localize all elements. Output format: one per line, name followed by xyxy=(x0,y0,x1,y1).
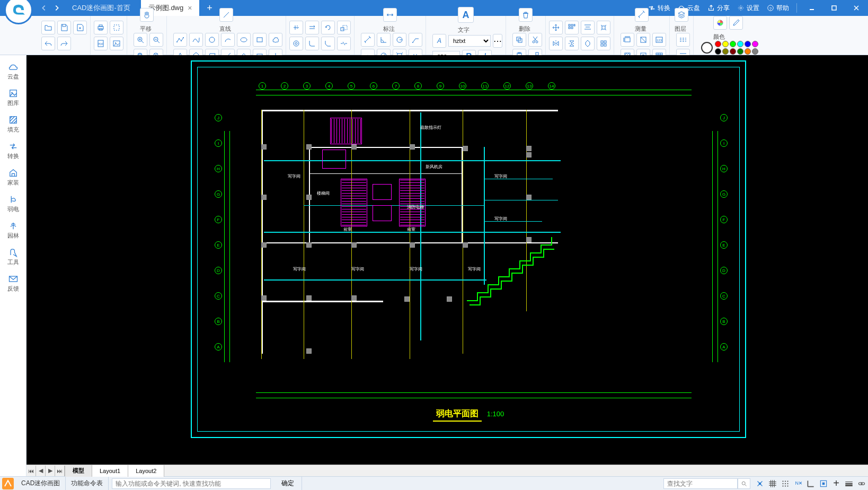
export-pdf-button[interactable]: PDF xyxy=(94,37,108,50)
leader-button[interactable] xyxy=(409,33,422,47)
sidebar-item-6[interactable]: 园林 xyxy=(2,217,25,243)
color-swatch[interactable] xyxy=(730,41,736,47)
ellipse-button[interactable] xyxy=(237,33,251,47)
drawing-canvas[interactable]: 1234567891011121314 ABCDEFGHIJ ABCDEFGHI… xyxy=(26,55,868,465)
lineweight-toggle[interactable] xyxy=(843,477,855,490)
grid-dots-toggle[interactable] xyxy=(779,477,792,490)
arc-button[interactable] xyxy=(221,33,235,47)
snap-toggle[interactable] xyxy=(754,477,766,490)
scale-button[interactable] xyxy=(337,21,351,34)
break-button[interactable] xyxy=(337,37,351,50)
measure-dist-button[interactable] xyxy=(635,8,649,22)
font-name-select[interactable]: hztxt xyxy=(448,35,491,47)
sidebar-item-0[interactable]: 云盘 xyxy=(2,58,25,84)
zoom-in-button[interactable] xyxy=(134,33,147,47)
minimize-button[interactable] xyxy=(804,2,819,14)
open-button[interactable] xyxy=(41,21,55,34)
statusbar-appname[interactable]: CAD迷你画图 xyxy=(16,477,66,490)
color-swatch[interactable] xyxy=(715,41,721,47)
color-wheel-button[interactable] xyxy=(713,16,727,30)
color-swatch[interactable] xyxy=(737,41,743,47)
move-button[interactable] xyxy=(549,21,563,34)
dim-radius-button[interactable] xyxy=(393,33,406,47)
layer-button[interactable] xyxy=(675,8,688,22)
sidebar-item-5[interactable]: 弱电 xyxy=(2,191,25,216)
tab-add-button[interactable]: + xyxy=(202,3,216,14)
array-button[interactable] xyxy=(565,21,579,34)
cut-button[interactable] xyxy=(528,33,542,47)
measure-area-button[interactable] xyxy=(636,33,650,47)
color-swatch[interactable] xyxy=(722,48,729,55)
sidebar-item-8[interactable]: 反馈 xyxy=(2,270,25,296)
extend-button[interactable] xyxy=(305,21,319,34)
model-tab-model[interactable]: 模型 xyxy=(65,465,92,477)
sidebar-item-7[interactable]: 工具 xyxy=(2,244,25,269)
share-button[interactable]: 分享 xyxy=(707,4,730,13)
offset-button[interactable] xyxy=(289,37,303,50)
zoom-out-button[interactable] xyxy=(149,33,163,47)
tab-prev-icon[interactable]: ◀ xyxy=(36,466,46,476)
dim-aligned-button[interactable] xyxy=(361,33,375,47)
copy-button[interactable] xyxy=(512,33,526,47)
model-tab-layout2[interactable]: Layout2 xyxy=(128,465,164,477)
osnap-toggle[interactable] xyxy=(817,477,830,490)
color-swatch[interactable] xyxy=(752,48,758,55)
tab-last-icon[interactable]: ⏭ xyxy=(55,466,65,476)
find-text-button[interactable] xyxy=(738,478,750,489)
mirror-h-button[interactable] xyxy=(549,37,563,50)
polar-toggle[interactable] xyxy=(804,477,817,490)
font-style-button[interactable]: A xyxy=(432,34,446,48)
close-button[interactable] xyxy=(849,2,864,14)
add-toggle[interactable]: + xyxy=(830,477,843,490)
explode-button[interactable] xyxy=(597,21,610,34)
chamfer-button[interactable] xyxy=(321,37,335,50)
delete-button[interactable] xyxy=(519,8,533,22)
group-button[interactable] xyxy=(597,37,610,50)
link-toggle[interactable] xyxy=(855,477,868,490)
save-button[interactable] xyxy=(57,21,71,34)
nav-back-icon[interactable] xyxy=(39,3,49,13)
current-color-swatch[interactable] xyxy=(701,42,713,54)
saveas-button[interactable] xyxy=(73,21,87,34)
color-swatch[interactable] xyxy=(722,41,729,47)
tab-home[interactable]: CAD迷你画图-首页 xyxy=(65,0,138,16)
statusbar-cmdtable[interactable]: 功能命令表 xyxy=(66,477,109,490)
color-swatch[interactable] xyxy=(715,48,721,55)
dim-linear-button[interactable] xyxy=(383,8,397,22)
linetype-button[interactable] xyxy=(676,33,690,47)
undo-button[interactable] xyxy=(41,37,55,50)
nav-forward-icon[interactable] xyxy=(52,3,61,13)
tab-next-icon[interactable]: ▶ xyxy=(46,466,55,476)
sidebar-item-2[interactable]: 填充 xyxy=(2,111,25,137)
print-area-button[interactable] xyxy=(110,21,123,34)
command-ok-button[interactable]: 确定 xyxy=(274,477,302,490)
dim-angular-button[interactable] xyxy=(377,33,391,47)
eyedropper-button[interactable] xyxy=(729,16,743,30)
spline-button[interactable] xyxy=(189,33,203,47)
color-swatch[interactable] xyxy=(745,41,751,47)
color-swatch[interactable] xyxy=(730,48,736,55)
mirror-v-button[interactable] xyxy=(565,37,579,50)
sidebar-item-4[interactable]: 家装 xyxy=(2,164,25,190)
rotate-button[interactable] xyxy=(321,21,335,34)
command-input[interactable] xyxy=(112,478,271,489)
font-more-button[interactable]: ⋯ xyxy=(493,34,502,48)
ortho-toggle[interactable]: N xyxy=(792,477,804,490)
line-button[interactable] xyxy=(219,8,233,22)
text-button[interactable]: A xyxy=(458,7,474,23)
color-swatch[interactable] xyxy=(752,41,758,47)
find-text-input[interactable] xyxy=(663,478,738,489)
stretch-button[interactable] xyxy=(581,37,595,50)
polyline-button[interactable] xyxy=(173,33,187,47)
circle-button[interactable] xyxy=(205,33,219,47)
color-swatch[interactable] xyxy=(737,48,743,55)
settings-button[interactable]: 设置 xyxy=(737,4,759,13)
grid-toggle[interactable] xyxy=(766,477,779,490)
trim-button[interactable] xyxy=(289,21,303,34)
fillet-button[interactable] xyxy=(305,37,319,50)
rect-button[interactable] xyxy=(253,33,267,47)
measure-id-button[interactable]: 123 xyxy=(652,33,666,47)
export-image-button[interactable] xyxy=(110,37,123,50)
pan-button[interactable] xyxy=(140,8,154,22)
help-button[interactable]: ?帮助 xyxy=(767,4,789,13)
